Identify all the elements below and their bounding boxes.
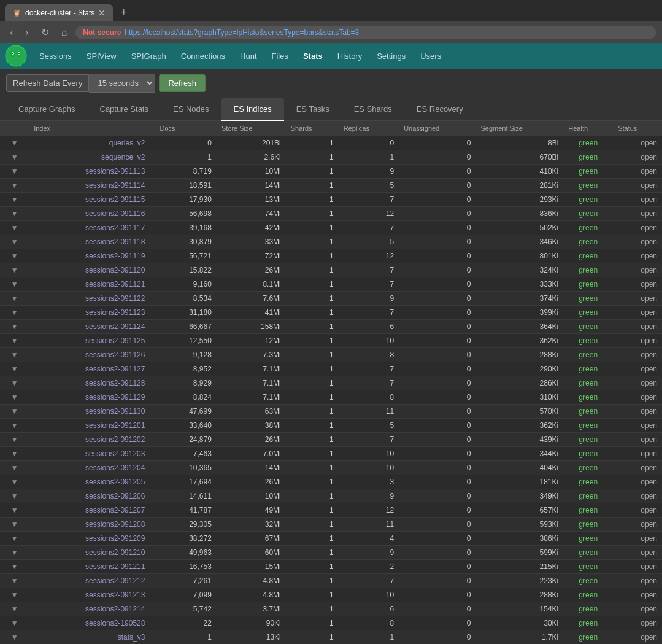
row-cell: 60Mi [217, 546, 286, 560]
row-expand-arrow[interactable]: ▼ [0, 433, 29, 447]
row-expand-arrow[interactable]: ▼ [0, 503, 29, 518]
table-row: ▼sessions2-09120133,64038Mi150362Kigreen… [0, 419, 662, 433]
row-health: green [563, 503, 613, 518]
row-expand-arrow[interactable]: ▼ [0, 574, 29, 588]
row-cell: 30Ki [475, 616, 563, 630]
row-status: open [613, 292, 662, 306]
row-health: green [563, 376, 613, 390]
row-status: open [613, 165, 662, 179]
row-cell: 1.7Ki [475, 630, 563, 645]
reload-button[interactable]: ↻ [37, 25, 53, 39]
nav-history[interactable]: History [330, 47, 369, 66]
row-cell: 7 [339, 277, 399, 292]
tab-nav: Capture Graphs Capture Stats ES Nodes ES… [0, 98, 662, 121]
row-status: open [613, 334, 662, 348]
row-health: green [563, 574, 613, 588]
tab-es-shards[interactable]: ES Shards [342, 98, 404, 121]
nav-users[interactable]: Users [413, 47, 448, 66]
row-expand-arrow[interactable]: ▼ [0, 419, 29, 433]
row-expand-arrow[interactable]: ▼ [0, 560, 29, 574]
row-expand-arrow[interactable]: ▼ [0, 348, 29, 362]
nav-connections[interactable]: Connections [174, 47, 233, 66]
tab-es-nodes[interactable]: ES Nodes [161, 98, 221, 121]
row-expand-arrow[interactable]: ▼ [0, 630, 29, 645]
refresh-button[interactable]: Refresh [159, 74, 206, 92]
row-cell: 11 [339, 405, 399, 419]
row-health: green [563, 320, 613, 334]
row-expand-arrow[interactable]: ▼ [0, 235, 29, 249]
row-expand-arrow[interactable]: ▼ [0, 390, 29, 405]
row-status: open [613, 630, 662, 645]
nav-hunt[interactable]: Hunt [233, 47, 264, 66]
row-health: green [563, 560, 613, 574]
row-expand-arrow[interactable]: ▼ [0, 461, 29, 475]
table-header: Index Docs Store Size Shards Replicas Un… [0, 121, 662, 136]
tab-capture-stats[interactable]: Capture Stats [88, 98, 161, 121]
row-expand-arrow[interactable]: ▼ [0, 136, 29, 150]
row-cell: 8,952 [155, 362, 216, 376]
browser-tab-active[interactable]: 🦉 docker-cluster - Stats ✕ [5, 4, 113, 21]
row-expand-arrow[interactable]: ▼ [0, 277, 29, 292]
row-cell: 7.1Mi [217, 390, 286, 405]
tab-capture-graphs[interactable]: Capture Graphs [6, 98, 88, 121]
row-expand-arrow[interactable]: ▼ [0, 518, 29, 532]
row-cell: 1 [286, 320, 339, 334]
forward-button[interactable]: › [21, 26, 32, 39]
table-row: ▼sessions2-0912137,0994.8Mi1100288Kigree… [0, 588, 662, 602]
row-expand-arrow[interactable]: ▼ [0, 179, 29, 193]
row-expand-arrow[interactable]: ▼ [0, 334, 29, 348]
row-cell: 0 [399, 489, 475, 503]
row-index-name: sessions2-091202 [29, 433, 155, 447]
nav-sessions[interactable]: Sessions [32, 47, 79, 66]
row-expand-arrow[interactable]: ▼ [0, 588, 29, 602]
row-expand-arrow[interactable]: ▼ [0, 616, 29, 630]
back-button[interactable]: ‹ [6, 26, 17, 39]
row-index-name: sessions2-190528 [29, 616, 155, 630]
new-tab-button[interactable]: + [115, 4, 132, 21]
row-index-name: sessions2-091129 [29, 390, 155, 405]
row-cell: 7.1Mi [217, 362, 286, 376]
nav-spiview[interactable]: SPIView [79, 47, 124, 66]
row-cell: 1 [286, 249, 339, 263]
row-cell: 1 [286, 489, 339, 503]
row-expand-arrow[interactable]: ▼ [0, 165, 29, 179]
home-button[interactable]: ⌂ [58, 26, 71, 39]
url-box[interactable]: Not secure https://localhost/stats?graph… [75, 26, 656, 39]
tab-es-indices[interactable]: ES Indices [221, 98, 284, 121]
row-expand-arrow[interactable]: ▼ [0, 207, 29, 221]
row-cell: 8,824 [155, 390, 216, 405]
nav-files[interactable]: Files [264, 47, 296, 66]
tab-close-button[interactable]: ✕ [98, 8, 106, 18]
nav-settings[interactable]: Settings [369, 47, 413, 66]
tab-es-tasks[interactable]: ES Tasks [284, 98, 342, 121]
row-cell: 502Ki [475, 221, 563, 235]
row-expand-arrow[interactable]: ▼ [0, 475, 29, 489]
row-expand-arrow[interactable]: ▼ [0, 447, 29, 461]
row-expand-arrow[interactable]: ▼ [0, 263, 29, 277]
row-cell: 0 [399, 334, 475, 348]
nav-stats[interactable]: Stats [296, 47, 330, 66]
tab-es-recovery[interactable]: ES Recovery [404, 98, 475, 121]
row-expand-arrow[interactable]: ▼ [0, 405, 29, 419]
nav-spigraph[interactable]: SPIGraph [124, 47, 174, 66]
row-expand-arrow[interactable]: ▼ [0, 546, 29, 560]
row-cell: 1 [339, 150, 399, 165]
row-expand-arrow[interactable]: ▼ [0, 150, 29, 165]
row-expand-arrow[interactable]: ▼ [0, 376, 29, 390]
row-expand-arrow[interactable]: ▼ [0, 193, 29, 207]
row-index-name: sessions2-091120 [29, 263, 155, 277]
row-cell: 13Ki [217, 630, 286, 645]
refresh-interval-select[interactable]: 15 seconds [89, 74, 155, 93]
row-expand-arrow[interactable]: ▼ [0, 489, 29, 503]
row-expand-arrow[interactable]: ▼ [0, 306, 29, 320]
row-expand-arrow[interactable]: ▼ [0, 362, 29, 376]
row-expand-arrow[interactable]: ▼ [0, 292, 29, 306]
row-expand-arrow[interactable]: ▼ [0, 249, 29, 263]
row-cell: 14Mi [217, 179, 286, 193]
row-expand-arrow[interactable]: ▼ [0, 221, 29, 235]
row-expand-arrow[interactable]: ▼ [0, 320, 29, 334]
row-expand-arrow[interactable]: ▼ [0, 602, 29, 616]
row-cell: 0 [399, 221, 475, 235]
row-cell: 0 [399, 235, 475, 249]
row-expand-arrow[interactable]: ▼ [0, 532, 29, 546]
